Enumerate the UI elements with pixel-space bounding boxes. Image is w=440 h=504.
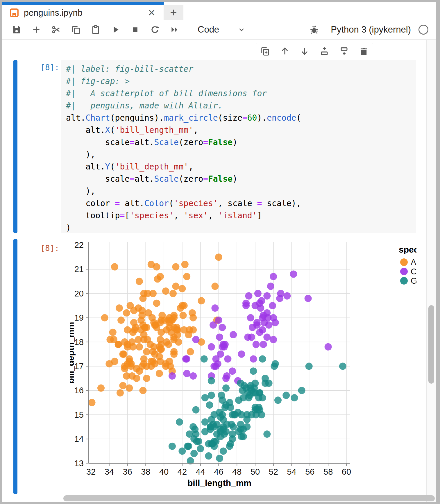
scatter-point	[136, 343, 143, 351]
tab-penguins-ipynb[interactable]: penguins.ipynb ✕	[2, 2, 164, 20]
scatter-point	[219, 396, 226, 404]
scatter-point	[126, 385, 133, 392]
y-tick-label: 20	[74, 289, 84, 298]
scatter-point	[222, 385, 230, 392]
scatter-point	[206, 401, 213, 409]
legend-label: Chinstrap	[411, 267, 416, 276]
chart-output[interactable]: 3234363840424446485052545658601314151617…	[70, 237, 416, 494]
kernel-name[interactable]: Python 3 (ipykernel)	[331, 24, 411, 35]
scatter-point	[145, 309, 152, 317]
cut-cells-button[interactable]	[49, 23, 63, 36]
plus-icon: +	[170, 6, 177, 19]
scatter-point	[245, 292, 253, 300]
scatter-point	[172, 263, 179, 271]
cut-icon	[51, 25, 61, 35]
vertical-scrollbar-thumb[interactable]	[428, 305, 434, 384]
insert-cell-below-button[interactable]	[338, 45, 350, 57]
run-cell-button[interactable]	[109, 23, 122, 36]
y-tick-label: 15	[74, 410, 84, 419]
bug-icon	[309, 25, 319, 35]
scatter-point	[222, 375, 230, 382]
insert-below-icon	[339, 46, 349, 56]
kernel-area: Python 3 (ipykernel)	[307, 23, 428, 36]
scatter-point	[226, 443, 233, 450]
series-gentoo	[169, 355, 346, 464]
move-cell-up-button[interactable]	[279, 45, 291, 57]
scatter-point	[260, 341, 267, 348]
add-cell-button[interactable]	[30, 23, 43, 36]
restart-kernel-button[interactable]	[148, 23, 162, 36]
scatter-point	[201, 418, 209, 426]
scatter-point	[259, 314, 266, 321]
restart-icon	[150, 25, 160, 35]
scatter-chart[interactable]: 3234363840424446485052545658601314151617…	[70, 237, 416, 494]
scatter-point	[219, 411, 226, 418]
scatter-point	[263, 292, 271, 300]
scatter-point	[129, 329, 137, 336]
x-tick-label: 34	[105, 467, 114, 476]
kernel-idle-circle[interactable]	[418, 25, 428, 35]
stop-icon	[130, 25, 140, 35]
tab-title: penguins.ipynb	[24, 8, 148, 18]
scatter-point	[139, 387, 146, 394]
x-tick-label: 42	[178, 467, 187, 476]
scatter-point	[181, 261, 189, 268]
active-cell-indicator-input[interactable]	[13, 60, 17, 233]
insert-cell-above-button[interactable]	[318, 45, 330, 57]
active-cell-indicator-output[interactable]	[13, 239, 17, 494]
scatter-point	[111, 263, 118, 271]
scatter-point	[257, 304, 264, 312]
scatter-point	[183, 273, 190, 280]
scatter-point	[216, 455, 223, 462]
scatter-point	[277, 290, 284, 297]
restart-run-all-button[interactable]	[168, 23, 181, 36]
save-button[interactable]	[10, 23, 23, 36]
x-tick-label: 60	[342, 467, 351, 476]
scatter-point	[88, 399, 96, 406]
scatter-point	[170, 351, 178, 358]
scatter-point	[139, 295, 146, 302]
paste-cells-button[interactable]	[89, 23, 102, 36]
close-icon[interactable]: ✕	[148, 8, 155, 17]
scatter-point	[269, 302, 276, 309]
new-tab-button[interactable]: +	[164, 5, 183, 20]
delete-cell-button[interactable]	[358, 45, 370, 57]
scatter-point	[178, 285, 186, 292]
scatter-point	[109, 329, 117, 336]
scatter-point	[169, 290, 177, 297]
code-editor[interactable]: #| label: fig-bill-scatter #| fig-cap: >…	[61, 60, 416, 233]
interrupt-kernel-button[interactable]	[128, 23, 142, 36]
debugger-button[interactable]	[307, 23, 321, 36]
jupyterlab-window: penguins.ipynb ✕ +	[2, 2, 436, 502]
scatter-point	[205, 452, 212, 460]
scatter-point	[210, 321, 217, 329]
scatter-point	[138, 312, 146, 319]
duplicate-cell-button[interactable]	[259, 45, 271, 57]
scatter-point	[163, 326, 170, 333]
x-tick-label: 38	[141, 467, 150, 476]
scatter-point	[192, 336, 200, 343]
scatter-point	[256, 406, 263, 414]
scatter-point	[117, 389, 124, 396]
scatter-point	[189, 309, 196, 317]
scatter-point	[247, 314, 254, 321]
scatter-point	[253, 341, 260, 348]
scatter-point	[169, 443, 176, 450]
scatter-point	[305, 363, 313, 370]
paste-icon	[91, 25, 101, 35]
copy-cells-button[interactable]	[69, 23, 83, 36]
scatter-point	[158, 341, 165, 348]
scatter-point	[153, 324, 160, 331]
scatter-point	[147, 341, 154, 348]
scatter-point	[253, 321, 261, 329]
scatter-point	[172, 283, 179, 290]
move-cell-down-button[interactable]	[298, 45, 311, 57]
horizontal-scrollbar-thumb[interactable]	[63, 495, 435, 501]
chevron-down-icon	[219, 25, 246, 34]
notebook-panel: [8]: #| label: fig-bill-scatter #| fig-c…	[2, 40, 436, 502]
y-axis-title: bill_depth_mm	[70, 322, 76, 384]
cell-type-dropdown[interactable]: Code	[198, 24, 246, 35]
x-tick-label: 58	[323, 467, 333, 476]
vertical-scrollbar-track[interactable]	[426, 40, 436, 502]
scatter-point	[270, 273, 277, 280]
